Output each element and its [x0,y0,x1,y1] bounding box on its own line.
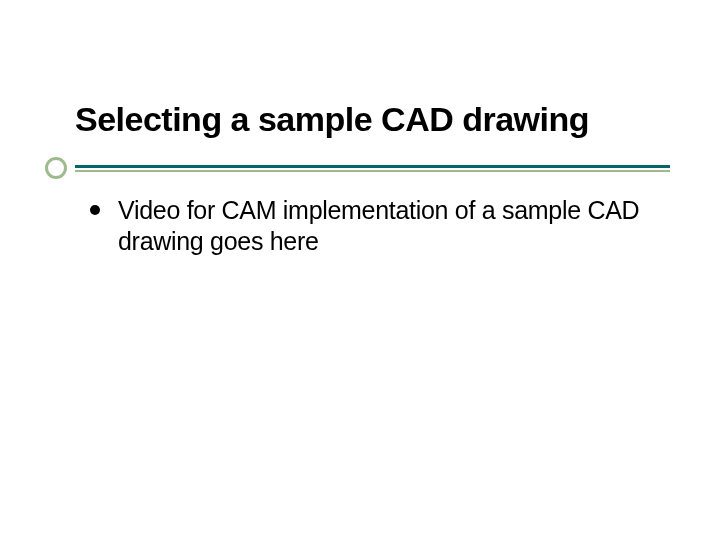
divider-line-teal [75,165,670,168]
divider-line-green [75,170,670,172]
slide-title: Selecting a sample CAD drawing [75,100,680,139]
circle-decoration-icon [45,157,67,179]
bullet-text: Video for CAM implementation of a sample… [118,195,660,258]
title-underline [45,155,670,179]
list-item: Video for CAM implementation of a sample… [90,195,660,258]
content-area: Video for CAM implementation of a sample… [90,195,660,258]
title-area: Selecting a sample CAD drawing [75,100,680,139]
slide-container: Selecting a sample CAD drawing Video for… [0,0,720,540]
bullet-icon [90,205,100,215]
